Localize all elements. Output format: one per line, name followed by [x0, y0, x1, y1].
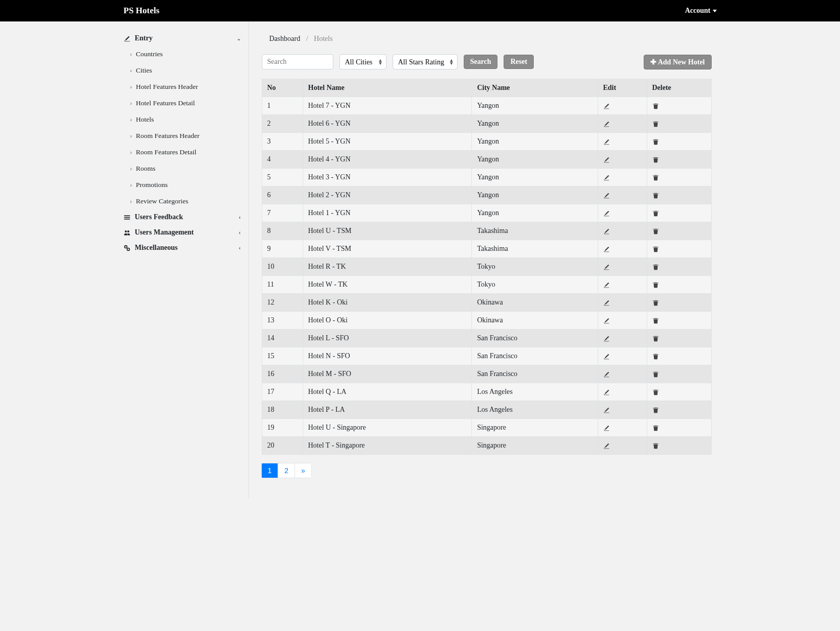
trash-icon[interactable]	[652, 245, 659, 252]
table-row: 12Hotel K - OkiOkinawa	[262, 294, 711, 312]
table-row: 19Hotel U - SingaporeSingapore	[262, 419, 711, 437]
cell-city: Yangon	[472, 186, 598, 204]
trash-icon[interactable]	[652, 209, 659, 217]
page-item[interactable]: 1	[261, 463, 279, 478]
edit-icon[interactable]	[603, 370, 610, 378]
sidebar-sub-item[interactable]: ›Review Categories	[116, 193, 248, 209]
svg-point-4	[127, 230, 129, 232]
trash-icon[interactable]	[652, 370, 659, 378]
page-next-link[interactable]: »	[295, 463, 311, 478]
cell-name: Hotel R - TK	[303, 258, 472, 276]
cell-edit	[598, 222, 647, 240]
cell-edit	[598, 330, 647, 347]
reset-button[interactable]: Reset	[504, 55, 534, 69]
page-next[interactable]: »	[294, 463, 312, 478]
cell-city: Yangon	[472, 133, 598, 151]
list-icon	[124, 213, 131, 221]
sidebar-sub-item[interactable]: ›Hotel Features Detail	[116, 95, 248, 111]
account-dropdown[interactable]: Account	[685, 7, 717, 15]
page-item[interactable]: 2	[278, 463, 295, 478]
edit-icon[interactable]	[603, 245, 610, 252]
table-row: 20Hotel T - SingaporeSingapore	[262, 437, 711, 455]
cell-name: Hotel Q - LA	[303, 383, 472, 401]
trash-icon[interactable]	[652, 298, 659, 306]
edit-icon[interactable]	[603, 263, 610, 270]
cell-delete	[647, 169, 711, 186]
edit-icon[interactable]	[603, 227, 610, 235]
trash-icon[interactable]	[652, 173, 659, 181]
svg-rect-1	[124, 217, 130, 218]
cell-delete	[647, 383, 711, 401]
sidebar-sub-item[interactable]: ›Room Features Detail	[116, 144, 248, 160]
edit-icon[interactable]	[603, 441, 610, 449]
trash-icon[interactable]	[652, 120, 659, 127]
city-select[interactable]: All Cities	[339, 54, 387, 69]
trash-icon[interactable]	[652, 191, 659, 199]
edit-icon[interactable]	[603, 137, 610, 145]
breadcrumb-sep: /	[306, 35, 308, 42]
sidebar-sub-item[interactable]: ›Hotels	[116, 111, 248, 128]
edit-icon[interactable]	[603, 191, 610, 199]
trash-icon[interactable]	[652, 406, 659, 413]
brand[interactable]: PS Hotels	[124, 6, 160, 16]
search-input[interactable]	[262, 54, 333, 69]
sidebar-sub-item[interactable]: ›Hotel Features Header	[116, 79, 248, 95]
sidebar-sub-item[interactable]: ›Room Features Header	[116, 128, 248, 144]
edit-icon[interactable]	[603, 352, 610, 360]
edit-icon[interactable]	[603, 281, 610, 288]
trash-icon[interactable]	[652, 263, 659, 270]
edit-icon[interactable]	[603, 120, 610, 127]
trash-icon[interactable]	[652, 352, 659, 360]
page-link[interactable]: 1	[262, 463, 278, 478]
cell-no: 12	[262, 294, 303, 312]
sidebar-sub-item[interactable]: ›Rooms	[116, 160, 248, 177]
cell-no: 4	[262, 151, 303, 169]
sidebar-sub-item[interactable]: ›Cities	[116, 62, 248, 79]
cell-no: 18	[262, 401, 303, 419]
sidebar-sub-item[interactable]: ›Countries	[116, 46, 248, 62]
edit-icon[interactable]	[603, 424, 610, 431]
edit-icon[interactable]	[603, 406, 610, 413]
edit-icon[interactable]	[603, 298, 610, 306]
add-hotel-button[interactable]: ✚ Add New Hotel	[644, 55, 712, 69]
trash-icon[interactable]	[652, 227, 659, 235]
trash-icon[interactable]	[652, 316, 659, 324]
cell-edit	[598, 276, 647, 294]
trash-icon[interactable]	[652, 281, 659, 288]
hotels-table: No Hotel Name City Name Edit Delete 1Hot…	[262, 79, 712, 455]
table-row: 11Hotel W - TKTokyo	[262, 276, 711, 294]
stars-select[interactable]: All Stars Rating	[393, 54, 458, 69]
sidebar-item-users-management[interactable]: Users Management ‹	[116, 225, 248, 240]
cell-no: 19	[262, 419, 303, 437]
cell-no: 11	[262, 276, 303, 294]
cell-city: Singapore	[472, 419, 598, 437]
sidebar-item-entry[interactable]: Entry ⌄	[116, 31, 248, 46]
cell-edit	[598, 437, 647, 455]
breadcrumb-dashboard[interactable]: Dashboard	[269, 35, 301, 42]
trash-icon[interactable]	[652, 424, 659, 431]
edit-icon[interactable]	[603, 155, 610, 163]
edit-icon[interactable]	[603, 334, 610, 342]
svg-rect-2	[124, 219, 130, 220]
edit-icon[interactable]	[603, 388, 610, 395]
page-link[interactable]: 2	[278, 463, 294, 478]
edit-icon[interactable]	[603, 173, 610, 181]
breadcrumb: Dashboard / Hotels	[262, 31, 712, 47]
svg-point-6	[127, 248, 130, 251]
table-row: 10Hotel R - TKTokyo	[262, 258, 711, 276]
trash-icon[interactable]	[652, 102, 659, 109]
trash-icon[interactable]	[652, 137, 659, 145]
edit-icon[interactable]	[603, 102, 610, 109]
chevron-right-icon: ›	[130, 84, 132, 90]
sidebar-sub-item[interactable]: ›Promotions	[116, 177, 248, 193]
sidebar-item-miscellaneous[interactable]: Miscellaneous ‹	[116, 240, 248, 255]
trash-icon[interactable]	[652, 388, 659, 395]
edit-icon[interactable]	[603, 316, 610, 324]
trash-icon[interactable]	[652, 155, 659, 163]
sidebar-item-users-feedback[interactable]: Users Feedback ‹	[116, 209, 248, 225]
search-button[interactable]: Search	[464, 55, 498, 69]
edit-icon[interactable]	[603, 209, 610, 217]
trash-icon[interactable]	[652, 441, 659, 449]
trash-icon[interactable]	[652, 334, 659, 342]
sidebar-sub-label: Rooms	[136, 165, 155, 173]
